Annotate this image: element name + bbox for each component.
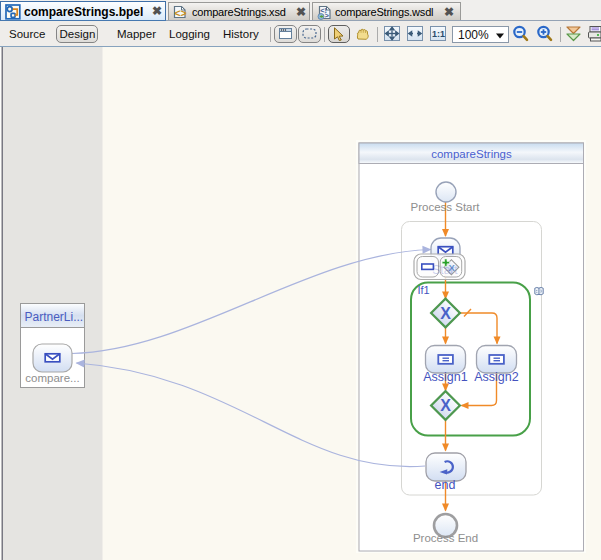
svg-text:>: > (325, 11, 330, 20)
svg-text:end: end (435, 478, 456, 492)
svg-text:<>: <> (174, 7, 186, 19)
svg-text:compare...: compare... (25, 372, 79, 384)
svg-text:compareStrings: compareStrings (431, 148, 512, 160)
svg-text:Assign1: Assign1 (423, 370, 468, 384)
svg-text:Process End: Process End (413, 532, 478, 544)
svg-text:Process Start: Process Start (410, 201, 480, 213)
svg-text:Assign2: Assign2 (474, 370, 519, 384)
svg-text:X: X (440, 397, 451, 414)
svg-text:Start: Start (432, 263, 458, 277)
svg-text:If1: If1 (418, 284, 430, 296)
svg-text:1:1: 1:1 (432, 29, 445, 39)
svg-text:X: X (440, 305, 451, 322)
svg-text:PartnerLi...: PartnerLi... (25, 310, 84, 324)
